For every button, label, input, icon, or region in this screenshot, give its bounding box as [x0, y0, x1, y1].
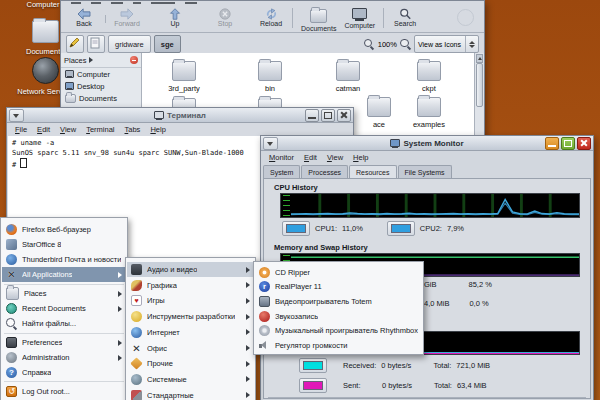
places-folder-icon: [6, 287, 19, 300]
menu-item-recent-documents[interactable]: Recent Documents: [2, 301, 126, 316]
menu-item-all-applications[interactable]: ✕ All Applications: [2, 267, 126, 282]
menu-item-firefox[interactable]: Firefox Веб-браузер: [2, 222, 126, 237]
menu-help[interactable]: Help: [353, 153, 368, 162]
search-button[interactable]: Search: [388, 7, 422, 28]
documents-button[interactable]: Documents: [297, 7, 340, 33]
edit-location-button[interactable]: [66, 35, 84, 53]
sidebar-close-icon[interactable]: [130, 56, 138, 64]
menu-item-thunderbird[interactable]: Thunderbird Почта и новости: [2, 252, 126, 267]
file-list-scrollbar[interactable]: [474, 53, 484, 141]
administration-icon: [6, 352, 17, 363]
submenu-item-sound-recorder[interactable]: Звукозапись: [255, 309, 422, 323]
folder-3rd-party[interactable]: 3rd_party: [154, 61, 214, 93]
folder-examples[interactable]: examples: [399, 97, 459, 129]
tab-processes[interactable]: Processes: [301, 165, 348, 178]
scrollbar-up-icon[interactable]: [476, 54, 483, 63]
memory-unit: GiB: [424, 280, 437, 289]
logout-icon: ↺: [6, 386, 17, 397]
menu-tabs[interactable]: Tabs: [125, 125, 141, 134]
sidebar-item-desktop[interactable]: Desktop: [61, 80, 141, 92]
submenu-item-accessories[interactable]: Стандартные: [127, 388, 254, 400]
desktop-icon-computer-label: Computer: [27, 0, 60, 9]
reload-button[interactable]: Reload: [254, 7, 288, 28]
minimize-button[interactable]: [545, 137, 559, 150]
zoom-out-icon[interactable]: [364, 39, 375, 50]
window-menu-button[interactable]: [263, 137, 278, 150]
submenu-item-audio-video[interactable]: Аудио и видео: [127, 262, 254, 277]
submenu-arrow-icon: [246, 329, 250, 335]
note-button[interactable]: [87, 35, 105, 53]
tab-system[interactable]: System: [263, 165, 300, 178]
computer-button[interactable]: Computer: [340, 7, 379, 30]
submenu-item-cd-ripper[interactable]: CD Ripper: [255, 265, 422, 279]
menu-file[interactable]: File: [15, 125, 27, 134]
terminal-titlebar[interactable]: Терминал: [7, 108, 353, 123]
folder-ckpt[interactable]: ckpt: [399, 61, 459, 93]
submenu-arrow-icon: [246, 298, 250, 304]
menu-item-staroffice[interactable]: StarOffice 8: [2, 237, 126, 252]
tab-resources[interactable]: Resources: [349, 165, 396, 178]
system-monitor-titlebar[interactable]: System Monitor: [261, 136, 593, 151]
received-color-button[interactable]: [299, 358, 327, 373]
minimize-button[interactable]: [305, 109, 319, 122]
swap-value: 4,0 MiB: [424, 299, 449, 308]
sent-color-button[interactable]: [299, 378, 327, 393]
menu-item-administration[interactable]: Administration: [2, 350, 126, 365]
path-sge-label: sge: [161, 40, 174, 49]
zoom-in-icon[interactable]: [400, 39, 411, 50]
all-applications-icon: ✕: [6, 269, 17, 280]
search-label: Search: [394, 20, 416, 27]
menu-help[interactable]: Help: [150, 125, 165, 134]
places-dropdown-icon[interactable]: [89, 57, 93, 63]
combo-steppers-icon: [465, 36, 475, 52]
folder-bin[interactable]: bin: [240, 61, 300, 93]
sidebar-item-documents[interactable]: Documents: [61, 92, 141, 104]
submenu-arrow-icon: [118, 306, 122, 312]
window-menu-button[interactable]: [9, 109, 24, 122]
submenu-item-rhythmbox[interactable]: Музыкальный проигрыватель Rhythmbox: [255, 324, 422, 338]
submenu-item-other[interactable]: Прочие: [127, 356, 254, 371]
folder-catman[interactable]: catman: [318, 61, 378, 93]
submenu-item-volume-control[interactable]: Регулятор громкости: [255, 339, 422, 353]
tab-file-systems[interactable]: File Systems: [398, 165, 452, 178]
up-button[interactable]: Up: [158, 7, 192, 28]
path-button-sge[interactable]: sge: [154, 35, 181, 53]
submenu-item-system[interactable]: Системные: [127, 372, 254, 387]
submenu-item-totem[interactable]: Видеопроигрыватель Totem: [255, 294, 422, 308]
view-mode-select[interactable]: View as Icons: [414, 35, 479, 53]
menu-monitor[interactable]: Monitor: [269, 153, 294, 162]
menu-item-find-files[interactable]: Найти файлы...: [2, 316, 126, 331]
menu-view[interactable]: View: [60, 125, 76, 134]
submenu-arrow-icon: [118, 355, 122, 361]
sidebar-item-computer[interactable]: Computer: [61, 68, 141, 80]
folder-label: catman: [336, 84, 361, 93]
submenu-item-internet[interactable]: Интернет: [127, 325, 254, 340]
menu-item-help[interactable]: ? Справка: [2, 365, 126, 380]
menu-item-preferences[interactable]: Preferences: [2, 335, 126, 350]
cpu2-label: CPU2:: [420, 224, 442, 233]
menu-item-places[interactable]: Places: [2, 286, 126, 301]
cpu2-color-button[interactable]: [387, 221, 415, 236]
submenu-item-office[interactable]: ✕ Офис: [127, 341, 254, 356]
back-button[interactable]: Back: [67, 7, 101, 28]
cpu1-color-button[interactable]: [282, 221, 310, 236]
scrollbar-thumb[interactable]: [476, 63, 483, 107]
menu-item-logout[interactable]: ↺ Log Out root...: [2, 384, 126, 399]
menu-terminal[interactable]: Terminal: [86, 125, 114, 134]
menu-view[interactable]: View: [327, 153, 343, 162]
submenu-item-realplayer[interactable]: r RealPlayer 11: [255, 280, 422, 294]
cpu-history-label: CPU History: [274, 183, 318, 192]
submenu-item-graphics[interactable]: Графика: [127, 278, 254, 293]
thunderbird-icon: [6, 254, 17, 265]
submenu-item-dev-tools[interactable]: Инструменты разработки: [127, 309, 254, 324]
path-button-gridware[interactable]: gridware: [108, 35, 151, 53]
system-monitor-app-icon: [390, 139, 400, 148]
maximize-button[interactable]: [561, 137, 575, 150]
menu-edit[interactable]: Edit: [37, 125, 50, 134]
maximize-button[interactable]: [321, 109, 335, 122]
submenu-item-games[interactable]: ♥ Игры: [127, 293, 254, 308]
menu-edit[interactable]: Edit: [304, 153, 317, 162]
close-button[interactable]: [337, 109, 351, 122]
close-button[interactable]: [577, 137, 591, 150]
folder-icon: [417, 97, 441, 117]
